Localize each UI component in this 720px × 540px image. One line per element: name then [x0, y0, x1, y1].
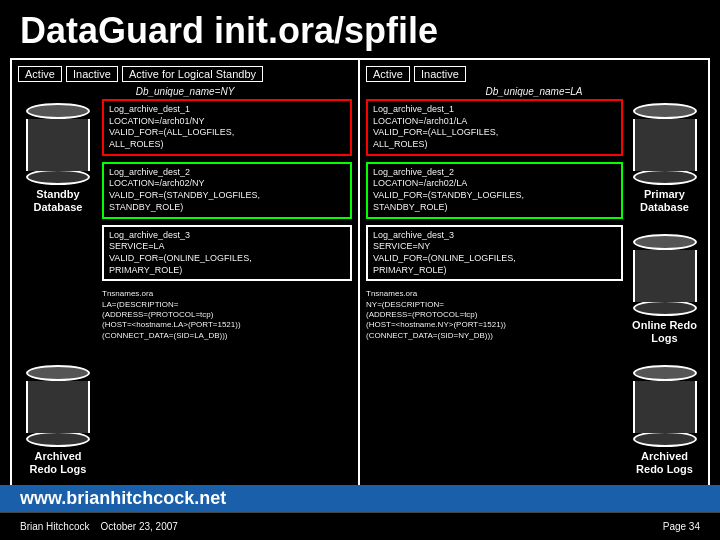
left-panel-body: StandbyDatabase ArchivedRedo Logs Log_ar… — [18, 99, 352, 480]
right-panel-header: Active Inactive — [366, 66, 702, 82]
left-badge-inactive: Inactive — [66, 66, 118, 82]
cylinder-body-2 — [26, 381, 90, 433]
left-cylinders-col: StandbyDatabase ArchivedRedo Logs — [18, 99, 98, 480]
primary-db-label: PrimaryDatabase — [640, 188, 689, 214]
archived-redo-logs-right-label: ArchivedRedo Logs — [636, 450, 693, 476]
right-panel-body: Log_archive_dest_1LOCATION=/arch01/LAVAL… — [366, 99, 702, 480]
left-badge-active-logical: Active for Logical Standby — [122, 66, 263, 82]
archived-right-cylinder-top — [633, 365, 697, 381]
archived-redo-logs-right-cylinder: ArchivedRedo Logs — [633, 365, 697, 476]
online-cylinder-bottom — [633, 300, 697, 316]
cylinder-body — [26, 119, 90, 171]
cylinder-bottom — [26, 169, 90, 185]
right-panel: Active Inactive Db_unique_name=LA Log_ar… — [360, 58, 710, 488]
footer-date: October 23, 2007 — [101, 521, 178, 532]
right-log1-text: Log_archive_dest_1LOCATION=/arch01/LAVAL… — [373, 104, 498, 149]
primary-cylinder-bottom — [633, 169, 697, 185]
right-badge-active: Active — [366, 66, 410, 82]
online-cylinder-top — [633, 234, 697, 250]
left-log1-box: Log_archive_dest_1LOCATION=/arch01/NYVAL… — [102, 99, 352, 156]
footer-author: Brian Hitchcock — [20, 521, 89, 532]
archived-redo-logs-left-label: ArchivedRedo Logs — [30, 450, 87, 476]
standby-database-cylinder: StandbyDatabase — [26, 103, 90, 214]
cylinder-top-2 — [26, 365, 90, 381]
archived-right-cylinder-bottom — [633, 431, 697, 447]
primary-cylinder-top — [633, 103, 697, 119]
left-badge-active: Active — [18, 66, 62, 82]
cylinder-bottom-2 — [26, 431, 90, 447]
archived-right-cylinder-body — [633, 381, 697, 433]
right-log3-box: Log_archive_dest_3SERVICE=NYVALID_FOR=(O… — [366, 225, 623, 282]
left-center-col: Log_archive_dest_1LOCATION=/arch01/NYVAL… — [102, 99, 352, 480]
online-redo-logs-cylinder: Online RedoLogs — [632, 234, 697, 345]
online-redo-logs-label: Online RedoLogs — [632, 319, 697, 345]
left-log2-box: Log_archive_dest_2LOCATION=/arch02/NYVAL… — [102, 162, 352, 219]
left-log2-text: Log_archive_dest_2LOCATION=/arch02/NYVAL… — [109, 167, 260, 212]
online-cylinder-body — [633, 250, 697, 302]
footer-page: Page 34 — [663, 521, 700, 532]
primary-database-cylinder: PrimaryDatabase — [633, 103, 697, 214]
archived-redo-logs-left-cylinder: ArchivedRedo Logs — [26, 365, 90, 476]
standby-db-label: StandbyDatabase — [34, 188, 83, 214]
right-badge-inactive: Inactive — [414, 66, 466, 82]
right-tnsnames: Tnsnames.ora NY=(DESCRIPTION= (ADDRESS=(… — [366, 289, 623, 341]
primary-cylinder-body — [633, 119, 697, 171]
cylinder-top — [26, 103, 90, 119]
right-log2-text: Log_archive_dest_2LOCATION=/arch02/LAVAL… — [373, 167, 524, 212]
right-log1-box: Log_archive_dest_1LOCATION=/arch01/LAVAL… — [366, 99, 623, 156]
left-panel-header: Active Inactive Active for Logical Stand… — [18, 66, 352, 82]
right-cylinders-col: PrimaryDatabase Online RedoLogs Archived… — [627, 99, 702, 480]
footer-author-date: Brian Hitchcock October 23, 2007 — [20, 521, 178, 532]
right-log2-box: Log_archive_dest_2LOCATION=/arch02/LAVAL… — [366, 162, 623, 219]
page-title: DataGuard init.ora/spfile — [0, 0, 720, 58]
left-tnsnames: Tnsnames.ora LA=(DESCRIPTION= (ADDRESS=(… — [102, 289, 352, 341]
right-center-col: Log_archive_dest_1LOCATION=/arch01/LAVAL… — [366, 99, 623, 480]
left-db-unique: Db_unique_name=NY — [18, 86, 352, 97]
left-log3-box: Log_archive_dest_3SERVICE=LAVALID_FOR=(O… — [102, 225, 352, 282]
main-content: Active Inactive Active for Logical Stand… — [0, 58, 720, 488]
right-log3-text: Log_archive_dest_3SERVICE=NYVALID_FOR=(O… — [373, 230, 516, 275]
footer-bar: www.brianhitchcock.net — [0, 485, 720, 512]
footer-url: www.brianhitchcock.net — [20, 488, 226, 509]
left-log3-text: Log_archive_dest_3SERVICE=LAVALID_FOR=(O… — [109, 230, 252, 275]
bottom-bar: Brian Hitchcock October 23, 2007 Page 34 — [0, 512, 720, 540]
left-log1-text: Log_archive_dest_1LOCATION=/arch01/NYVAL… — [109, 104, 234, 149]
left-panel: Active Inactive Active for Logical Stand… — [10, 58, 360, 488]
right-db-unique: Db_unique_name=LA — [366, 86, 702, 97]
